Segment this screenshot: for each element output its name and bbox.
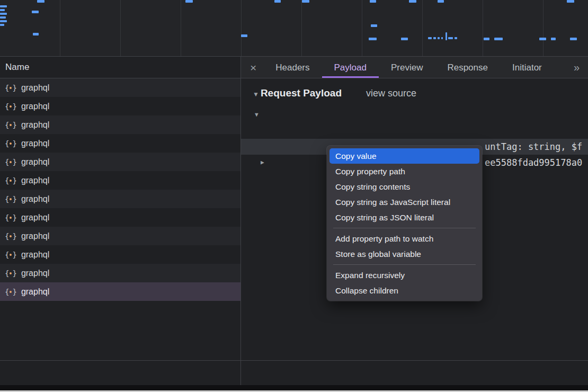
timeline-bar	[0, 13, 7, 15]
json-icon-dot	[10, 198, 12, 200]
request-name: graphql	[21, 194, 49, 204]
network-request-row[interactable]: {} graphql	[0, 171, 240, 190]
timeline-bar	[570, 38, 577, 40]
json-icon-dot	[10, 291, 12, 293]
collapse-arrow-icon[interactable]: ▼	[255, 107, 259, 123]
timeline-bar	[371, 24, 377, 27]
timeline-bar	[0, 20, 7, 22]
request-name: graphql	[21, 102, 49, 111]
timeline-bar	[551, 38, 556, 40]
request-name: graphql	[21, 231, 49, 241]
json-icon-dot	[10, 180, 12, 182]
expand-arrow-icon[interactable]: ▶	[261, 155, 264, 171]
request-name: graphql	[21, 120, 49, 130]
timeline-bar	[37, 0, 44, 3]
context-menu-item[interactable]: Copy value	[329, 148, 479, 164]
network-request-row[interactable]: {} graphql	[0, 264, 240, 282]
json-brace-open: {	[5, 213, 9, 222]
network-request-row[interactable]: {} graphql	[0, 134, 240, 153]
context-menu-item[interactable]: Copy property path	[329, 164, 479, 179]
json-brace-close: }	[12, 158, 16, 166]
window-bottom-bar	[0, 385, 588, 390]
json-brace-open: {	[5, 158, 9, 166]
context-menu-separator	[333, 228, 476, 228]
json-brace-open: {	[5, 269, 9, 278]
timeline-bar	[0, 16, 6, 19]
context-menu-item[interactable]: Add property path to watch	[329, 231, 479, 246]
payload-prop-operationname[interactable]: operationName:"ipFlowTimeseries"	[241, 123, 588, 139]
context-menu-item[interactable]: Copy string as JSON literal	[329, 210, 479, 225]
network-request-row[interactable]: {} graphql	[0, 97, 240, 115]
detail-tab[interactable]: Payload	[322, 57, 379, 78]
context-menu-item[interactable]: Expand recursively	[329, 268, 479, 283]
devtools-network-panel: Name {} graphql {} graphql {} graphql {}…	[0, 0, 588, 392]
json-icon: {}	[5, 288, 17, 296]
network-request-row[interactable]: {} graphql	[0, 190, 240, 208]
detail-tab[interactable]: Preview	[379, 57, 435, 78]
timeline-bar	[455, 37, 457, 39]
timeline-bar	[0, 9, 5, 11]
timeline-bar	[448, 37, 453, 39]
network-request-row[interactable]: {} graphql	[0, 245, 240, 264]
json-brace-open: {	[5, 102, 9, 111]
network-request-row[interactable]: {} graphql	[0, 153, 240, 171]
timeline-bar	[401, 38, 408, 40]
json-brace-close: }	[12, 251, 16, 259]
close-icon[interactable]: ×	[250, 62, 256, 73]
detail-tab[interactable]: Response	[435, 57, 500, 78]
request-payload-header: ▼ Request Payload view source	[253, 87, 416, 99]
request-rows: {} graphql {} graphql {} graphql {} grap…	[0, 78, 240, 301]
context-menu-item[interactable]: Copy string contents	[329, 179, 479, 194]
collapse-triangle-icon[interactable]: ▼	[253, 91, 259, 98]
detail-tab[interactable]: Initiator	[500, 57, 554, 78]
json-icon-dot	[10, 217, 12, 219]
json-icon: {}	[5, 251, 17, 259]
timeline-bar	[370, 0, 376, 3]
payload-root-line[interactable]: ▼ {operationName: "ipFlowTimeseries", va…	[241, 107, 588, 123]
request-name: graphql	[21, 287, 49, 297]
network-request-row[interactable]: {} graphql	[0, 208, 240, 227]
timeline-bar	[438, 37, 440, 39]
request-name: graphql	[21, 213, 49, 222]
context-menu-item[interactable]: Store as global variable	[329, 246, 479, 262]
json-icon-dot	[10, 142, 12, 145]
name-column-header[interactable]: Name	[0, 57, 240, 78]
view-source-link[interactable]: view source	[366, 88, 416, 99]
timeline-bar	[539, 38, 546, 40]
timeline-bar	[433, 37, 436, 39]
json-brace-close: }	[12, 176, 16, 185]
timeline-bar	[567, 0, 574, 3]
json-brace-open: {	[5, 121, 9, 129]
timeline-bar	[484, 38, 489, 40]
timeline-bar	[274, 0, 281, 3]
json-icon: {}	[5, 139, 17, 148]
json-icon: {}	[5, 232, 17, 240]
network-request-row[interactable]: {} graphql	[0, 227, 240, 245]
timeline-bar	[494, 38, 503, 40]
more-tabs-icon[interactable]: »	[574, 61, 580, 74]
network-request-row[interactable]: {} graphql	[0, 115, 240, 134]
json-brace-open: {	[5, 176, 9, 185]
context-menu-item[interactable]: Collapse children	[329, 283, 479, 298]
json-brace-close: }	[12, 84, 16, 92]
request-name: graphql	[21, 176, 49, 185]
panel-divider[interactable]	[240, 57, 241, 385]
timeline-bar	[302, 0, 309, 3]
timeline-bar	[409, 0, 416, 3]
timeline-overview[interactable]	[0, 0, 588, 57]
timeline-bar	[446, 32, 447, 40]
json-icon: {}	[5, 269, 17, 278]
property-value-continuation: ee5588fdad995178a0	[485, 155, 582, 171]
network-request-row[interactable]: {} graphql	[0, 282, 240, 301]
request-name: graphql	[21, 139, 49, 148]
timeline-bar	[0, 5, 7, 7]
context-menu-item[interactable]: Copy string as JavaScript literal	[329, 194, 479, 210]
footer-divider	[0, 360, 588, 361]
json-icon: {}	[5, 213, 17, 222]
network-request-row[interactable]: {} graphql	[0, 78, 240, 97]
json-icon-dot	[10, 254, 12, 256]
detail-tab[interactable]: Headers	[263, 57, 322, 78]
json-icon: {}	[5, 121, 17, 129]
timeline-bar	[0, 24, 4, 26]
timeline-bar	[241, 34, 247, 37]
